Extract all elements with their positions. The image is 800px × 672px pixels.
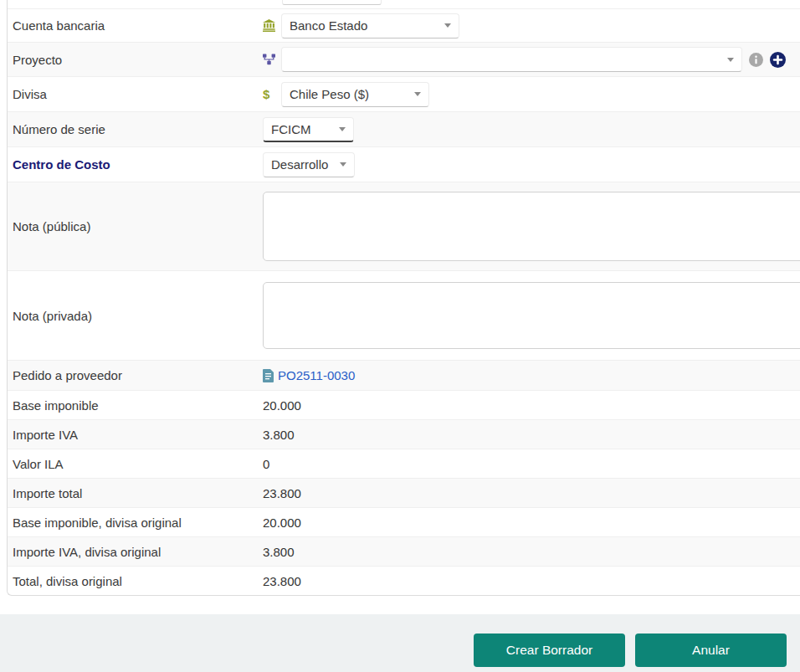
cut-off-row bbox=[8, 0, 800, 8]
purchase-order-link[interactable]: PO2511-0030 bbox=[278, 368, 355, 382]
row-ila-value: Valor ILA 0 bbox=[8, 449, 800, 478]
chevron-down-icon bbox=[727, 58, 734, 62]
ila-value-label: Valor ILA bbox=[13, 457, 263, 471]
vat-original-value: 3.800 bbox=[263, 545, 295, 559]
total-amount-value: 23.800 bbox=[263, 486, 301, 500]
net-amount-value: 20.000 bbox=[263, 398, 301, 413]
series-select[interactable]: FCICM bbox=[263, 117, 354, 142]
row-total-amount: Importe total 23.800 bbox=[8, 478, 800, 507]
chevron-down-icon bbox=[414, 92, 421, 96]
project-label: Proyecto bbox=[13, 53, 263, 67]
public-note-textarea[interactable] bbox=[263, 192, 800, 261]
cancel-button[interactable]: Anular bbox=[635, 634, 787, 667]
bank-account-select[interactable]: Banco Estado bbox=[281, 13, 459, 38]
row-serial-series: Número de serie FCICM bbox=[8, 111, 800, 146]
bank-icon bbox=[263, 19, 281, 32]
total-amount-label: Importe total bbox=[13, 486, 263, 500]
purchase-order-label: Pedido a proveedor bbox=[13, 368, 263, 382]
invoice-form-page: Cuenta bancaria Banco Estado Proyecto bbox=[0, 0, 800, 672]
net-original-value: 20.000 bbox=[263, 516, 301, 530]
row-vat-amount-original-currency: Importe IVA, divisa original 3.800 bbox=[8, 536, 800, 566]
row-purchase-order: Pedido a proveedor PO2511-0030 bbox=[8, 360, 800, 390]
row-public-note: Nota (pública) bbox=[8, 182, 800, 270]
bank-account-value: Banco Estado bbox=[290, 18, 367, 33]
private-note-label: Nota (privada) bbox=[13, 309, 263, 323]
row-cost-center: Centro de Costo Desarrollo bbox=[8, 146, 800, 182]
row-currency: Divisa $ Chile Peso ($) bbox=[8, 76, 800, 111]
vat-original-label: Importe IVA, divisa original bbox=[13, 545, 263, 559]
cost-center-select[interactable]: Desarrollo bbox=[263, 152, 355, 177]
row-project: Proyecto bbox=[8, 42, 800, 76]
row-net-amount-original-currency: Base imponible, divisa original 20.000 bbox=[8, 507, 800, 536]
project-select[interactable] bbox=[281, 47, 742, 72]
currency-label: Divisa bbox=[13, 87, 263, 101]
cost-center-label: Centro de Costo bbox=[13, 157, 263, 172]
net-amount-label: Base imponible bbox=[13, 398, 263, 413]
series-label: Número de serie bbox=[13, 122, 263, 136]
net-original-label: Base imponible, divisa original bbox=[13, 516, 263, 530]
ila-value-value: 0 bbox=[263, 457, 269, 471]
add-project-icon[interactable] bbox=[770, 52, 786, 68]
currency-value: Chile Peso ($) bbox=[290, 87, 369, 101]
project-diagram-icon bbox=[263, 54, 281, 65]
public-note-label: Nota (pública) bbox=[13, 219, 263, 233]
vat-amount-value: 3.800 bbox=[263, 428, 295, 442]
action-footer: Crear Borrador Anular bbox=[0, 614, 800, 672]
create-draft-button[interactable]: Crear Borrador bbox=[474, 634, 625, 667]
row-total-original-currency: Total, divisa original 23.800 bbox=[8, 566, 800, 595]
purchase-order-file-icon bbox=[263, 369, 274, 382]
cost-center-value: Desarrollo bbox=[271, 157, 328, 172]
bank-account-label: Cuenta bancaria bbox=[13, 18, 263, 33]
row-net-amount: Base imponible 20.000 bbox=[8, 390, 800, 419]
partial-select-input[interactable] bbox=[282, 0, 382, 5]
row-bank-account: Cuenta bancaria Banco Estado bbox=[8, 8, 800, 42]
chevron-down-icon bbox=[339, 127, 346, 131]
private-note-textarea[interactable] bbox=[263, 282, 800, 349]
chevron-down-icon bbox=[340, 162, 346, 167]
row-private-note: Nota (privada) bbox=[8, 270, 800, 360]
row-vat-amount: Importe IVA 3.800 bbox=[8, 419, 800, 449]
total-original-value: 23.800 bbox=[263, 574, 301, 588]
currency-select[interactable]: Chile Peso ($) bbox=[281, 82, 429, 107]
chevron-down-icon bbox=[444, 23, 451, 28]
vat-amount-label: Importe IVA bbox=[13, 428, 263, 442]
total-original-label: Total, divisa original bbox=[13, 574, 263, 588]
dollar-icon: $ bbox=[263, 87, 281, 101]
invoice-form-table: Cuenta bancaria Banco Estado Proyecto bbox=[7, 0, 800, 596]
info-icon[interactable] bbox=[749, 53, 763, 67]
series-value: FCICM bbox=[271, 122, 311, 136]
